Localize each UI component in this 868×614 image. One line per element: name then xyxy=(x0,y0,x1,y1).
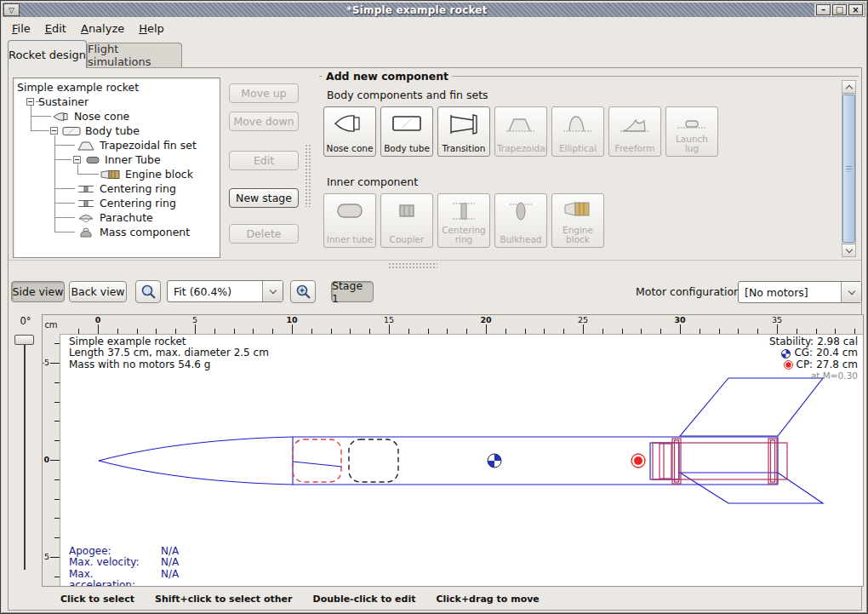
motor-configuration-value: [No motors] xyxy=(739,286,841,299)
stability-label: Stability: xyxy=(769,336,814,347)
tree-item-engine-block[interactable]: Engine block xyxy=(14,167,220,181)
rocket-canvas[interactable]: Simple example rocket Length 37.5 cm, ma… xyxy=(60,334,863,586)
engine-block-icon xyxy=(100,169,121,180)
maximize-button[interactable]: □ xyxy=(832,4,847,15)
tree-item-label: Nose cone xyxy=(74,110,129,123)
ruler-unit: cm xyxy=(43,315,60,334)
nose-cone-outline-bottom xyxy=(99,461,778,485)
close-button[interactable]: × xyxy=(848,4,863,15)
section-inner-component: Inner component xyxy=(327,175,418,188)
component-tree[interactable]: Simple example rocket Sustainer Nose con… xyxy=(13,77,220,258)
tree-item-parachute[interactable]: Parachute xyxy=(14,210,220,225)
add-transition-button[interactable]: Transition xyxy=(437,106,490,157)
add-launch-lug-button[interactable]: Launch lug xyxy=(665,106,718,157)
add-elliptical-fin-button[interactable]: Elliptical xyxy=(551,106,604,157)
magnifier-plus-icon xyxy=(295,284,311,300)
add-freeform-fin-button[interactable]: Freeform xyxy=(608,106,661,157)
ruler-tick xyxy=(50,363,60,364)
cg-icon xyxy=(781,349,791,359)
tree-item-label: Simple example rocket xyxy=(17,81,139,94)
menu-help[interactable]: Help xyxy=(139,22,164,35)
tree-item-nose-cone[interactable]: Nose cone xyxy=(14,109,220,123)
scroll-down-button[interactable] xyxy=(842,244,855,256)
tree-item-label: Engine block xyxy=(125,168,193,181)
window-menu-icon[interactable]: ▽ xyxy=(3,3,20,16)
rotation-slider-track[interactable] xyxy=(24,340,26,570)
tree-item-mass-component[interactable]: Mass component xyxy=(14,225,220,239)
menu-file[interactable]: File xyxy=(12,22,31,35)
tree-item-label: Parachute xyxy=(100,211,153,224)
tree-item-inner-tube[interactable]: Inner Tube xyxy=(14,152,220,167)
rocket-dimensions: Length 37.5 cm, max. diameter 2.5 cm xyxy=(69,347,269,359)
rocket-info: Simple example rocket Length 37.5 cm, ma… xyxy=(69,336,269,370)
transition-icon xyxy=(448,113,480,135)
add-component-title: Add new component xyxy=(323,70,452,83)
add-bulkhead-button[interactable]: Bulkhead xyxy=(494,193,547,248)
chevron-down-icon xyxy=(269,287,276,294)
tab-rocket-design[interactable]: Rocket design xyxy=(8,40,87,68)
tile-label: Transition xyxy=(440,144,488,153)
add-inner-tube-button[interactable]: Inner tube xyxy=(323,193,376,248)
add-trapezoidal-fin-button[interactable]: Trapezoidal xyxy=(494,106,547,157)
menu-analyze[interactable]: Analyze xyxy=(81,22,124,35)
motor-configuration-select[interactable]: [No motors] xyxy=(738,281,862,303)
tab-flight-simulations[interactable]: Flight simulations xyxy=(87,43,182,67)
tree-item-rocket[interactable]: Simple example rocket xyxy=(14,80,220,95)
ruler-label: 25 xyxy=(578,315,588,324)
ruler-label: 5 xyxy=(192,315,197,324)
mass-component-outline xyxy=(349,439,398,482)
back-view-button[interactable]: Back view xyxy=(69,281,127,302)
tile-label: Bulkhead xyxy=(497,235,545,244)
minimize-button[interactable]: – xyxy=(816,4,831,15)
add-engine-block-button[interactable]: Engine block xyxy=(551,193,604,248)
trapezoidal-fin-icon xyxy=(505,113,537,135)
add-body-tube-button[interactable]: Body tube xyxy=(380,106,433,157)
rotation-slider-handle[interactable] xyxy=(14,335,34,345)
tree-collapse-toggle[interactable] xyxy=(73,156,81,164)
parachute-outline xyxy=(293,439,341,482)
horizontal-ruler: 05101520253035 xyxy=(60,315,863,334)
tree-collapse-toggle[interactable] xyxy=(26,98,34,106)
parachute-icon xyxy=(77,213,95,223)
cg-label: CG: xyxy=(794,347,813,359)
nose-cone-icon xyxy=(334,113,366,134)
tree-item-body-tube[interactable]: Body tube xyxy=(14,123,220,138)
add-nose-cone-button[interactable]: Nose cone xyxy=(323,106,376,157)
tree-item-fin-set[interactable]: Trapezoidal fin set xyxy=(14,138,220,152)
centering-ring-icon xyxy=(448,200,480,222)
nose-cone-icon xyxy=(53,112,70,122)
ruler-tick xyxy=(195,324,196,334)
scrollbar-grip xyxy=(846,166,852,172)
tree-item-sustainer[interactable]: Sustainer xyxy=(14,95,220,109)
zoom-out-button[interactable] xyxy=(135,280,161,303)
tree-item-centering-ring-1[interactable]: Centering ring xyxy=(14,181,220,196)
add-coupler-button[interactable]: Coupler xyxy=(380,193,433,248)
combo-arrow[interactable] xyxy=(262,281,283,301)
scroll-up-button[interactable] xyxy=(842,81,855,94)
ruler-tick xyxy=(583,324,584,334)
body-tube-icon xyxy=(62,126,81,136)
add-centering-ring-button[interactable]: Centering ring xyxy=(437,193,490,248)
vertical-ruler: -505 xyxy=(43,334,60,586)
max-velocity-label: Max. velocity: xyxy=(69,557,161,568)
zoom-in-button[interactable] xyxy=(290,280,316,303)
tree-collapse-toggle[interactable] xyxy=(50,127,58,135)
tree-item-centering-ring-2[interactable]: Centering ring xyxy=(14,196,220,210)
zoom-level-select[interactable]: Fit (60.4%) xyxy=(167,280,283,302)
ruler-tick xyxy=(98,324,99,334)
tile-label: Engine block xyxy=(554,226,602,244)
side-view-button[interactable]: Side view xyxy=(11,281,65,302)
scrollbar-thumb[interactable] xyxy=(842,95,855,243)
vertical-splitter-handle[interactable] xyxy=(305,144,311,207)
ruler-tick xyxy=(50,460,60,461)
combo-arrow[interactable] xyxy=(841,282,861,302)
apogee-label: Apogee: xyxy=(69,546,161,557)
rotation-angle-label: 0° xyxy=(11,315,40,330)
menu-edit[interactable]: Edit xyxy=(45,22,66,35)
hint-click-select: Click to select xyxy=(60,594,134,605)
component-panel-scrollbar[interactable] xyxy=(842,80,856,257)
tree-item-label: Inner Tube xyxy=(105,153,161,166)
mach-condition: at M=0.30 xyxy=(769,370,858,382)
stage-1-toggle[interactable]: Stage 1 xyxy=(331,281,374,302)
horizontal-splitter-handle[interactable] xyxy=(388,262,437,270)
